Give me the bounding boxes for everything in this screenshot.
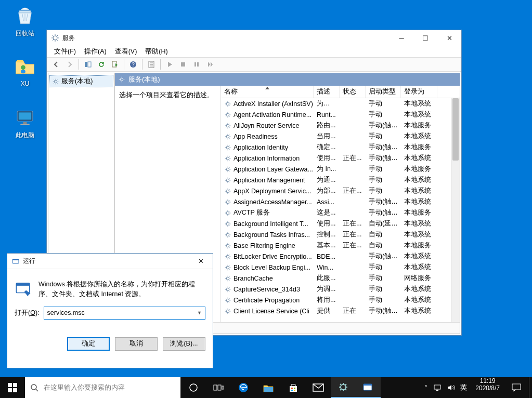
col-logon[interactable]: 登录为: [401, 86, 437, 98]
tree-root-item[interactable]: 服务(本地): [49, 75, 113, 87]
svg-rect-50: [222, 386, 224, 389]
desktop-icon-label: 回收站: [6, 29, 44, 38]
svg-rect-4: [23, 122, 27, 124]
service-row[interactable]: Background Tasks Infras...控制...正在...自动本地…: [221, 229, 460, 240]
taskbar-mail[interactable]: [306, 377, 331, 398]
service-row[interactable]: App Readiness当用...手动本地系统: [221, 131, 460, 142]
desktop-icon-folder[interactable]: XU: [6, 55, 44, 87]
menu-action[interactable]: 操作(A): [80, 46, 111, 57]
titlebar[interactable]: 服务 ─ ☐ ✕: [47, 30, 461, 46]
service-row[interactable]: CaptureService_314d3为调...手动本地系统: [221, 284, 460, 295]
action-center-button[interactable]: [504, 377, 529, 398]
svg-point-32: [226, 255, 229, 258]
browse-button[interactable]: 浏览(B)...: [163, 337, 205, 351]
service-row[interactable]: BitLocker Drive Encryptio...BDE...手动(触发.…: [221, 251, 460, 262]
taskbar-explorer[interactable]: [256, 377, 281, 398]
taskbar: 在这里输入你要搜索的内容 ˄ 英 11:19 2020/8/7: [0, 377, 532, 398]
forward-button[interactable]: [63, 58, 76, 71]
desktop-icon-pc[interactable]: 此电脑: [6, 106, 44, 140]
cortana-button[interactable]: [181, 377, 206, 398]
service-row[interactable]: ActiveX Installer (AxInstSV)为从 ...手动本地系统: [221, 98, 460, 109]
dropdown-icon[interactable]: ▼: [197, 310, 202, 315]
restart-service-button[interactable]: [204, 58, 216, 71]
run-message: Windows 将根据你所输入的名称，为你打开相应的程序、文件夹、文档或 Int…: [38, 280, 205, 299]
svg-point-34: [226, 277, 229, 280]
pc-icon: [14, 106, 36, 129]
properties-button[interactable]: [145, 58, 158, 71]
service-row[interactable]: Background Intelligent T...使用...正在...自动(…: [221, 218, 460, 229]
service-row[interactable]: AVCTP 服务这是...手动(触发...本地服务: [221, 207, 460, 218]
menu-view[interactable]: 查看(V): [111, 46, 141, 57]
titlebar[interactable]: 运行 ✕: [7, 254, 213, 269]
menu-file[interactable]: 文件(F): [50, 46, 80, 57]
ok-button[interactable]: 确定: [67, 337, 110, 351]
col-name[interactable]: 名称: [221, 86, 314, 98]
service-row[interactable]: Block Level Backup Engi...Win...手动本地系统: [221, 262, 460, 273]
open-input[interactable]: services.msc ▼: [44, 307, 205, 320]
taskbar-edge[interactable]: [231, 377, 256, 398]
network-icon[interactable]: [433, 384, 442, 391]
svg-rect-15: [197, 62, 199, 67]
start-button[interactable]: [0, 377, 25, 398]
svg-rect-43: [13, 383, 17, 387]
refresh-button[interactable]: [95, 58, 108, 71]
window-title: 运行: [23, 257, 189, 266]
service-row[interactable]: Agent Activation Runtime...Runt...手动本地系统: [221, 109, 460, 120]
service-row[interactable]: AllJoyn Router Service路由...手动(触发...本地服务: [221, 120, 460, 131]
svg-point-17: [120, 78, 123, 81]
service-row[interactable]: BranchCache此服...手动网络服务: [221, 273, 460, 284]
system-tray[interactable]: ˄ 英: [420, 377, 471, 398]
service-row[interactable]: Client License Service (Cli提供正在手动(触发本地系统: [221, 306, 460, 316]
ime-indicator[interactable]: 英: [460, 383, 467, 392]
vertical-scrollbar[interactable]: [451, 98, 460, 322]
service-row[interactable]: Base Filtering Engine基本...正在...自动本地服务: [221, 240, 460, 251]
svg-point-35: [226, 288, 229, 290]
svg-point-0: [21, 65, 25, 70]
col-desc[interactable]: 描述: [314, 86, 340, 98]
minimize-button[interactable]: ─: [390, 30, 413, 46]
menu-help[interactable]: 帮助(H): [141, 46, 172, 57]
back-button[interactable]: [50, 58, 62, 71]
windows-icon: [8, 383, 17, 392]
service-row[interactable]: AssignedAccessManager...Assi...手动(触发...本…: [221, 196, 460, 207]
service-row[interactable]: Application Management为通...手动本地系统: [221, 175, 460, 185]
volume-icon[interactable]: [447, 384, 455, 391]
run-icon: [11, 257, 20, 266]
taskbar-clock[interactable]: 11:19 2020/8/7: [471, 377, 504, 398]
col-status[interactable]: 状态: [340, 86, 366, 98]
service-row[interactable]: Application Layer Gatewa...为 In...手动本地服务: [221, 164, 460, 175]
export-button[interactable]: [109, 58, 121, 71]
tray-chevron-icon[interactable]: ˄: [424, 384, 428, 392]
task-view-button[interactable]: [206, 377, 231, 398]
show-desktop-button[interactable]: [529, 377, 532, 398]
svg-point-25: [226, 179, 229, 181]
service-row[interactable]: AppX Deployment Servic...为部...正在...手动本地系…: [221, 185, 460, 196]
service-row[interactable]: Certificate Propagation将用...手动本地系统: [221, 295, 460, 306]
cancel-button[interactable]: 取消: [115, 337, 158, 351]
svg-rect-13: [181, 62, 185, 67]
desktop-icon-recycle[interactable]: 回收站: [6, 4, 44, 38]
close-button[interactable]: ✕: [189, 254, 213, 269]
taskbar-run[interactable]: [356, 377, 381, 398]
toolbar: ?: [47, 57, 461, 72]
start-service-button[interactable]: [163, 58, 176, 71]
svg-point-24: [226, 168, 229, 170]
taskbar-search[interactable]: 在这里输入你要搜索的内容: [25, 377, 181, 398]
svg-rect-54: [294, 388, 295, 389]
col-startup[interactable]: 启动类型: [366, 86, 401, 98]
taskbar-store[interactable]: [281, 377, 306, 398]
pause-service-button[interactable]: [190, 58, 203, 71]
close-button[interactable]: ✕: [437, 30, 461, 46]
desktop-icon-label: XU: [6, 80, 44, 87]
svg-rect-3: [19, 112, 32, 120]
help-button[interactable]: ?: [127, 58, 139, 71]
service-row[interactable]: Application Identity确定...手动(触发...本地服务: [221, 142, 460, 153]
maximize-button[interactable]: ☐: [413, 30, 437, 46]
svg-rect-62: [436, 390, 438, 391]
taskbar-services[interactable]: [331, 377, 356, 398]
service-row[interactable]: Application Information使用...正在...手动(触发..…: [221, 153, 460, 164]
scrollbar-thumb[interactable]: [452, 98, 459, 161]
stop-service-button[interactable]: [177, 58, 189, 71]
show-hide-tree-button[interactable]: [82, 58, 94, 71]
desktop-icon-label: 此电脑: [6, 131, 44, 140]
